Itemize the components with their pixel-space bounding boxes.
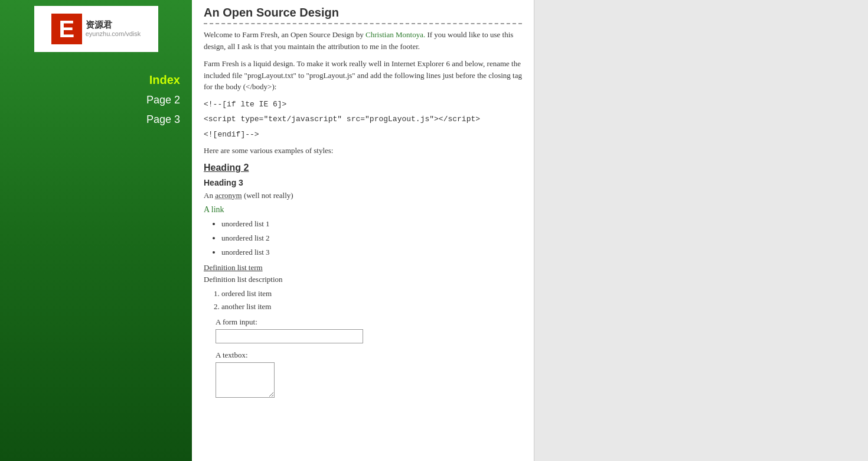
list-item: unordered list 1 [221,219,522,229]
right-sidebar [534,0,868,461]
code-line-3: <![endif]--> [204,129,522,141]
acronym-paragraph: An acronym (well not really) [204,191,522,200]
logo-text: 资源君 eyunzhu.com/vdisk [86,20,141,38]
form-textarea-label: A textbox: [216,350,522,360]
list-item: ordered list item [221,289,522,298]
intro-paragraph: Welcome to Farm Fresh, an Open Source De… [204,29,522,52]
sidebar-item-index[interactable]: Index [0,70,192,90]
liquid-design-paragraph: Farm Fresh is a liquid design. To make i… [204,58,522,93]
heading-3: Heading 3 [204,178,522,187]
logo-line1: 资源君 [86,20,141,30]
nav-link-page2[interactable]: Page 2 [146,94,180,106]
a-link[interactable]: A link [204,205,522,215]
unordered-list: unordered list 1 unordered list 2 unorde… [221,219,522,257]
dl-desc: Definition list description [204,275,522,284]
form-input[interactable] [216,329,363,343]
sidebar: E 资源君 eyunzhu.com/vdisk Index Page 2 Pag… [0,0,192,461]
logo-letter: E [51,14,82,44]
author-link[interactable]: Christian Montoya. [366,30,425,39]
intro-text-1: Welcome to Farm Fresh, an Open Source De… [204,30,366,39]
acronym-post: (well not really) [242,191,293,200]
list-item: another list item [221,302,522,311]
logo-line2: eyunzhu.com/vdisk [86,30,141,38]
page-title: An Open Source Design [204,6,522,24]
nav-link-page3[interactable]: Page 3 [146,113,180,125]
ordered-list: ordered list item another list item [221,289,522,311]
nav-link-index[interactable]: Index [149,73,180,86]
list-item: unordered list 3 [221,248,522,257]
content-area: An Open Source Design Welcome to Farm Fr… [192,0,534,461]
sidebar-item-page2[interactable]: Page 2 [0,90,192,110]
examples-intro: Here are some various examples of styles… [204,146,522,155]
form-section: A form input: A textbox: [216,317,522,398]
sidebar-item-page3[interactable]: Page 3 [0,110,192,129]
heading-2: Heading 2 [204,163,522,173]
form-textarea[interactable] [216,362,275,398]
acronym-pre: An [204,191,215,200]
acronym-word: acronym [215,191,242,200]
dl-term[interactable]: Definition list term [204,263,522,272]
code-line-2: <script type="text/javascript" src="prog… [204,113,522,125]
main-wrapper: An Open Source Design Welcome to Farm Fr… [192,0,868,461]
logo[interactable]: E 资源君 eyunzhu.com/vdisk [34,6,158,52]
form-input-label: A form input: [216,317,522,327]
list-item: unordered list 2 [221,233,522,243]
code-line-1: <!--[if lte IE 6]> [204,99,522,111]
